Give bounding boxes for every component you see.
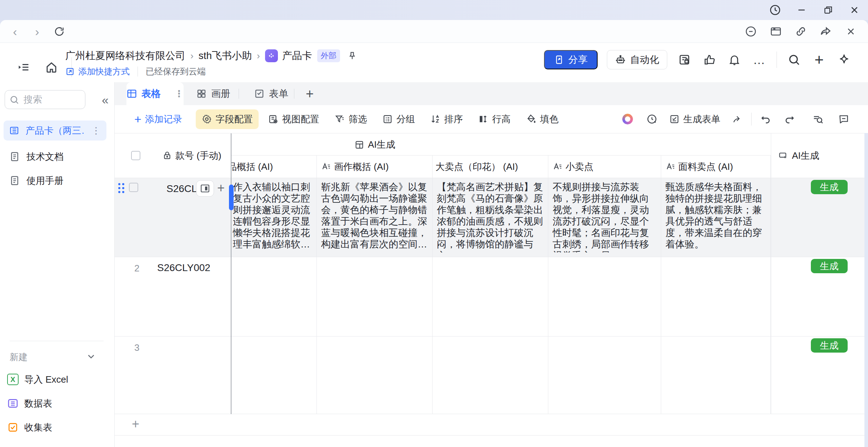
plus-icon[interactable]: + <box>811 52 827 68</box>
redo-icon[interactable] <box>782 112 797 126</box>
window-layout-icon[interactable] <box>768 24 784 39</box>
sidebar-item-tech-doc[interactable]: 技术文档 <box>4 147 106 167</box>
share-button[interactable]: 分享 <box>544 50 598 69</box>
view-config-button[interactable]: 视图配置 <box>268 113 319 126</box>
vertical-scrollbar[interactable] <box>864 133 868 447</box>
generate-form-button[interactable]: 生成表单 <box>669 113 720 126</box>
find-in-view-icon[interactable] <box>811 112 825 126</box>
row-1-cell-artwork-summary[interactable]: 靳兆新《苹果酒会》以复古色调勾勒出一场静谧聚会，黄色的椅子与静物错落置于米白画布… <box>317 178 433 257</box>
row-2-cell[interactable] <box>661 257 771 337</box>
field-config-button[interactable]: 字段配置 <box>196 109 259 129</box>
column-header-main-selling-point[interactable]: 大卖点（印花） (AI) <box>433 156 548 178</box>
item-more-icon[interactable]: ⋮ <box>91 125 101 136</box>
sidebar-item-product-card[interactable]: 产品卡（两三… ⋮ <box>4 121 106 141</box>
sidebar-search[interactable] <box>5 90 85 109</box>
row-1-cell-main-selling-point[interactable]: 【梵高名画艺术拼贴】复刻梵高《马的石膏像》原作笔触，粗粝线条晕染出浓郁的油画质感… <box>433 178 548 257</box>
back-icon[interactable]: ‹ <box>7 24 23 39</box>
automation-button[interactable]: 自动化 <box>607 50 667 69</box>
tab-grid-view[interactable]: 表格 ⋮ <box>126 82 184 105</box>
add-record-button[interactable]: +添加记录 <box>134 112 182 126</box>
restore-icon[interactable] <box>821 3 835 17</box>
row-3-cell[interactable] <box>548 337 661 414</box>
copy-link-icon[interactable] <box>793 24 809 39</box>
frozen-column-divider[interactable] <box>231 133 231 414</box>
column-header-product-summary[interactable]: 品概括 (AI) <box>231 156 317 178</box>
row-1-cell-minor-selling-point[interactable]: 不规则拼接与流苏装饰，异形拼接拉伸纵向视觉，利落显瘦，灵动流苏打破沉闷，尽显个性… <box>548 178 661 257</box>
row-1-key-cell[interactable]: S26CLY0 + <box>115 178 231 257</box>
collapse-sidebar-icon[interactable]: « <box>102 93 107 107</box>
tab-form-view[interactable]: 表单 <box>254 82 288 105</box>
pin-icon[interactable] <box>347 51 357 61</box>
comment-bubble-icon[interactable] <box>743 24 759 39</box>
row-2-cell[interactable] <box>433 257 548 337</box>
tab-gallery-view[interactable]: 画册 <box>196 82 230 105</box>
import-excel-item[interactable]: X 导入 Excel <box>7 370 107 389</box>
add-view-icon[interactable]: + <box>306 82 314 105</box>
ai-gradient-icon[interactable] <box>620 112 635 126</box>
row-1-cell-fabric-selling-point[interactable]: 甄选质感华夫格面料，独特的拼接提花肌理细腻，触感软糯亲肤；兼具优异的透气与舒适度… <box>661 178 771 257</box>
breadcrumb-space[interactable]: sth飞书小助 <box>199 49 252 63</box>
action-column-header[interactable]: AI生成 <box>771 133 865 178</box>
drag-handle-icon[interactable] <box>118 183 124 193</box>
search-icon[interactable] <box>786 52 802 68</box>
catalog-lock-icon[interactable] <box>677 52 692 68</box>
row-2-cell[interactable] <box>231 257 317 337</box>
select-all-checkbox[interactable] <box>131 151 140 160</box>
search-input[interactable] <box>23 94 69 105</box>
row-2-key-cell[interactable]: 2 S26CLY002 <box>115 257 231 337</box>
close-tab-icon[interactable] <box>843 24 859 39</box>
generate-button[interactable]: 生成 <box>811 338 848 353</box>
key-column-header[interactable]: 款号 (手动) <box>115 133 231 178</box>
share-page-icon[interactable] <box>818 24 834 39</box>
tab-more-icon[interactable]: ⋮ <box>174 88 184 99</box>
row-height-button[interactable]: 行高 <box>478 113 511 126</box>
row-2-cell[interactable] <box>548 257 661 337</box>
add-shortcut-link[interactable]: 添加快捷方式 <box>78 66 130 77</box>
row-2-cell[interactable] <box>317 257 433 337</box>
row-3-cell[interactable] <box>433 337 548 414</box>
expand-record-button[interactable] <box>196 180 214 197</box>
more-icon[interactable]: … <box>752 52 767 68</box>
sort-button[interactable]: 排序 <box>430 113 463 126</box>
comment-icon[interactable] <box>837 112 851 126</box>
fill-color-button[interactable]: 填色 <box>526 113 559 126</box>
share-view-icon[interactable] <box>730 112 744 126</box>
history-icon[interactable] <box>768 3 782 17</box>
new-collect-form-item[interactable]: 收集表 <box>7 418 107 437</box>
row-1-cell-product-summary[interactable]: 作入衣辅以袖口刺 复古小众的文艺腔 则拼接邂逅灵动流 连帽包容身形尽显 懒华夫格… <box>231 178 317 257</box>
row-3-cell[interactable] <box>231 337 317 414</box>
group-button[interactable]: 分组 <box>382 113 415 126</box>
filter-button[interactable]: 筛选 <box>334 113 367 126</box>
add-row-plus-icon[interactable]: + <box>132 418 139 431</box>
row-3-key-cell[interactable]: 3 <box>115 337 231 414</box>
undo-icon[interactable] <box>759 112 773 126</box>
generate-button[interactable]: 生成 <box>811 180 848 194</box>
row-3-cell[interactable] <box>661 337 771 414</box>
column-header-minor-selling-point[interactable]: 小卖点 <box>548 156 661 178</box>
add-record-row[interactable]: + <box>115 414 865 436</box>
breadcrumb-company[interactable]: 广州杜夏网络科技有限公司 <box>65 49 185 63</box>
chevron-down-icon[interactable] <box>86 351 96 362</box>
row-checkbox[interactable] <box>129 183 138 192</box>
breadcrumb-page[interactable]: 产品卡 <box>282 49 312 63</box>
column-header-fabric-selling-point[interactable]: 面料卖点 (AI) <box>661 156 771 178</box>
close-window-icon[interactable] <box>847 3 862 17</box>
column-header-artwork-summary[interactable]: 画作概括 (AI) <box>317 156 433 178</box>
notification-bell-icon[interactable] <box>727 52 742 68</box>
tab-divider <box>294 89 294 99</box>
row-3-cell[interactable] <box>317 337 433 414</box>
generate-button[interactable]: 生成 <box>811 259 848 273</box>
like-icon[interactable] <box>702 52 717 68</box>
frozen-divider-handle[interactable] <box>229 185 234 210</box>
new-datasheet-item[interactable]: 数据表 <box>7 394 107 413</box>
sidebar-toggle-icon[interactable] <box>16 59 31 75</box>
sparkle-icon[interactable] <box>836 52 852 68</box>
version-history-icon[interactable] <box>645 112 659 126</box>
home-icon[interactable] <box>44 59 59 75</box>
forward-icon[interactable]: › <box>29 24 45 39</box>
record-key[interactable]: S26CLY002 <box>157 262 210 274</box>
add-column-icon[interactable]: + <box>217 182 225 195</box>
sidebar-item-manual[interactable]: 使用手册 <box>4 171 106 191</box>
reload-icon[interactable] <box>51 24 67 39</box>
minimize-icon[interactable] <box>794 3 809 17</box>
